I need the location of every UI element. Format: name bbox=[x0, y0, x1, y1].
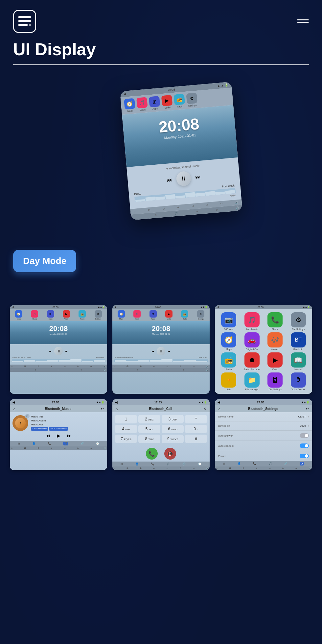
bt-music-nav-bottom: ⊞ 👤 📞 🎵 🔗 🕐 bbox=[10, 441, 107, 446]
nav-maps-label: Maps bbox=[127, 109, 133, 112]
svg-rect-2 bbox=[18, 24, 28, 26]
nav-grid-icon-3: ⊞ bbox=[223, 462, 225, 465]
card1-status: ◀ 08:06 ▲▲🔋 bbox=[10, 305, 107, 309]
auto-answer-toggle[interactable] bbox=[300, 433, 309, 438]
dial-7[interactable]: 7 PQRS bbox=[115, 435, 137, 443]
power-toggle[interactable] bbox=[300, 454, 309, 458]
bt-music-info: ♪ 🎵 Music Title Music Album Music Artist… bbox=[12, 415, 104, 431]
apps-grid-content: 📷 360 view 🎵 Localmusic 📞 Phone ⚙ Car Se… bbox=[215, 309, 312, 394]
card1-prev[interactable]: ⏮ bbox=[49, 350, 52, 352]
card1-next[interactable]: ⏭ bbox=[65, 350, 68, 352]
settings-icon: ⚙ bbox=[186, 93, 197, 104]
app-sound-recorder[interactable]: ⏺ Sound Recorder bbox=[242, 352, 263, 370]
app-disp-settings[interactable]: 🎛 DispSettings bbox=[264, 372, 286, 391]
dial-8[interactable]: 8 TUV bbox=[138, 435, 160, 443]
bt-call-header: ◀ 17:53 ▲▲🔋 bbox=[112, 399, 210, 405]
prev-icon[interactable]: ⏮ bbox=[166, 177, 172, 183]
card2-bottom2: ←0─0🔊 bbox=[112, 368, 210, 372]
dial-9[interactable]: 9 WXYZ bbox=[162, 435, 184, 443]
app-kuwooo-label: Kuwooo bbox=[271, 348, 279, 350]
360view-icon: 📷 bbox=[221, 312, 236, 327]
original-car-icon: 🚗 bbox=[244, 332, 260, 347]
nav-link-icon-3: 🔗 bbox=[284, 462, 288, 465]
nav-grid-icon-2: ⊞ bbox=[121, 463, 123, 465]
app-avin[interactable]: 🔸 Avin bbox=[218, 372, 240, 391]
app-car-settings[interactable]: ⚙ Car Settings bbox=[288, 312, 309, 330]
app-manual[interactable]: 📖 Manual bbox=[288, 352, 309, 370]
auto-connect-toggle[interactable] bbox=[300, 443, 309, 448]
dial-star[interactable]: * bbox=[185, 415, 207, 423]
device-name-value: CarBT bbox=[298, 415, 306, 418]
bt-music-bottom: ⌂⏻D❄↺A↪🔊 bbox=[10, 446, 107, 450]
bt-settings-header: ◀ 17:53 ▲▲🔋 bbox=[215, 399, 312, 405]
voice-control-icon: 🎙 bbox=[291, 372, 306, 388]
manual-icon: 📖 bbox=[291, 352, 306, 368]
bt-music-close: ↩ bbox=[101, 407, 104, 411]
nav-vedio-label: Vedio bbox=[165, 106, 171, 109]
dial-5[interactable]: 5 JKL bbox=[138, 425, 160, 433]
nav-phone-icon: 📞 bbox=[48, 442, 51, 445]
app-voice-control[interactable]: 🎙 Voice Control bbox=[288, 372, 309, 391]
nav-music-bottom-icon-3: 🎵 bbox=[269, 462, 272, 465]
day-mode-badge: Day Mode bbox=[13, 250, 76, 272]
app-file-manager[interactable]: 📁 File Manager bbox=[242, 372, 263, 391]
dial-3[interactable]: 3 DEF bbox=[162, 415, 184, 423]
play-pause-button[interactable]: ⏸ bbox=[176, 171, 192, 187]
dial-0dash[interactable]: 0 - bbox=[185, 425, 207, 433]
device-pin-chevron: › bbox=[308, 424, 309, 428]
card2-prev[interactable]: ⏮ bbox=[152, 350, 154, 352]
app-localmusic[interactable]: 🎵 Localmusic bbox=[242, 312, 263, 330]
next-icon[interactable]: ⏭ bbox=[195, 174, 201, 180]
app-bluetooth[interactable]: BT Bluetooth bbox=[288, 332, 309, 350]
nav-person-icon-2: 👤 bbox=[135, 463, 139, 465]
sound-recorder-icon: ⏺ bbox=[244, 352, 260, 368]
music-icon: 🎵 bbox=[136, 97, 148, 108]
bt-music-header: ◀ 17:53 ▲▲🔋 bbox=[10, 399, 107, 405]
app-avin-label: Avin bbox=[227, 388, 231, 391]
card1-play[interactable]: ⏸ bbox=[54, 347, 63, 355]
localmusic-icon: 🎵 bbox=[244, 312, 260, 327]
bt-settings-home: ⌂ bbox=[218, 407, 220, 411]
app-original-car[interactable]: 🚗 Original Car bbox=[242, 332, 263, 350]
app-kuwooo[interactable]: 🎶 Kuwooo bbox=[264, 332, 286, 350]
app-maps[interactable]: 🧭 Maps bbox=[218, 332, 240, 350]
bt-call-home: ⌂ bbox=[116, 407, 118, 411]
bt-badge-a2dp: A2DP connected bbox=[31, 427, 48, 431]
app-maps-label: Maps bbox=[226, 348, 232, 350]
bluetooth-icon: BT bbox=[291, 332, 306, 347]
nav-person-icon-3: 👤 bbox=[238, 462, 241, 465]
call-button[interactable]: 📞 bbox=[146, 448, 158, 460]
dial-6[interactable]: 6 MNO bbox=[162, 425, 184, 433]
nav-settings-label: Settings bbox=[188, 104, 197, 107]
apps-grid-card: ◀ 08:06 ▲▲🔋 📷 360 view 🎵 Localmusic 📞 Ph… bbox=[215, 305, 312, 394]
app-video[interactable]: ▶ Video bbox=[264, 352, 286, 370]
bt-prev-button[interactable]: ⏮ bbox=[46, 433, 50, 438]
bt-call-close: ✕ bbox=[203, 407, 206, 411]
settings-row-device-pin: Device pin 0000 › bbox=[215, 421, 312, 431]
dial-4[interactable]: 4 GHI bbox=[115, 425, 137, 433]
maps-icon: 🧭 bbox=[124, 98, 135, 110]
card2-play[interactable]: ⏸ bbox=[157, 347, 165, 355]
nav-person-icon: 👤 bbox=[32, 442, 35, 445]
bt-next-button[interactable]: ⏭ bbox=[67, 433, 72, 438]
svg-rect-0 bbox=[18, 16, 31, 18]
card2-next[interactable]: ⏭ bbox=[168, 350, 170, 352]
end-call-button[interactable]: 📵 bbox=[164, 448, 176, 460]
app-360view[interactable]: 📷 360 view bbox=[218, 312, 240, 330]
dial-2[interactable]: 2 ABC bbox=[138, 415, 160, 423]
vedio-icon: ▶ bbox=[161, 95, 173, 107]
dial-1[interactable]: 1 bbox=[115, 415, 137, 423]
phone-clock-area: 20:08 Monday 2023-01-01 bbox=[122, 105, 238, 167]
bt-music-icons: ▲▲🔋 bbox=[96, 401, 104, 404]
bt-play-button[interactable]: ▶ bbox=[57, 433, 60, 438]
card2-music: ⏮ ⏸ ⏭ A soothing piece of music Pure mus… bbox=[112, 344, 210, 365]
header-divider bbox=[13, 64, 309, 65]
hamburger-menu[interactable] bbox=[297, 19, 309, 23]
hero-phone-mockup: ◀ 20:08 ▲ ▲ 🔋 🧭 Maps 🎵 Music ⊞ Apps ▶ Ve… bbox=[120, 82, 242, 220]
dial-hash[interactable]: # bbox=[185, 435, 207, 443]
disp-settings-icon: 🎛 bbox=[267, 372, 283, 388]
app-radio[interactable]: 📻 Radio bbox=[218, 352, 240, 370]
grid-row-2: ◀ 17:53 ▲▲🔋 ⌂ Bluetooth_Music ↩ ♪ 🎵 bbox=[10, 399, 312, 470]
app-phone[interactable]: 📞 Phone bbox=[264, 312, 286, 330]
maps-app-icon: 🧭 bbox=[221, 332, 236, 347]
